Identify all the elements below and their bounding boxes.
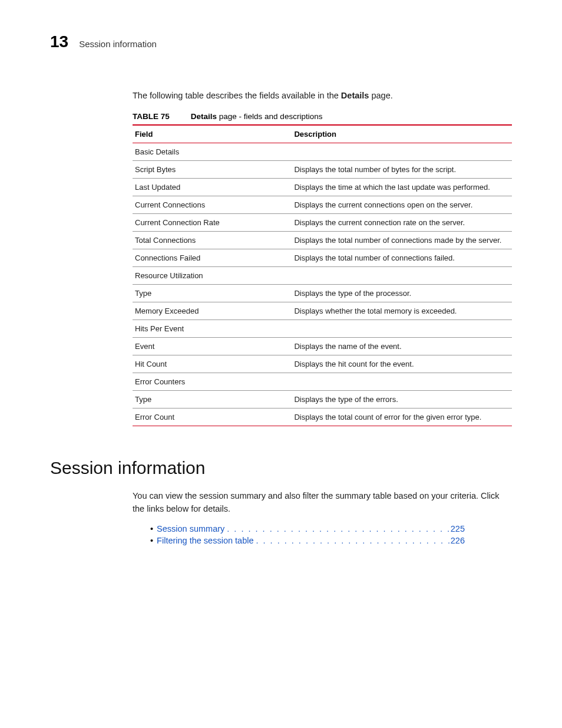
cell-field: Hit Count (133, 355, 292, 373)
cell-field: Error Count (133, 409, 292, 426)
cell-description (292, 373, 512, 391)
cell-field: Type (133, 285, 292, 302)
cell-field: Type (133, 391, 292, 409)
table-row: TypeDisplays the type of the processor. (133, 285, 512, 302)
cell-description (292, 267, 512, 285)
cell-description: Displays the current connections open on… (292, 196, 512, 214)
cell-description (292, 320, 512, 338)
cell-field: Basic Details (133, 143, 292, 161)
page-header: 13 Session information (50, 32, 512, 51)
toc-page[interactable]: 225 (451, 524, 465, 533)
table-row: Hit CountDisplays the hit count for the … (133, 355, 512, 373)
chapter-number: 13 (50, 32, 68, 51)
section-description: You can view the session summary and als… (133, 490, 512, 516)
bullet-icon: • (150, 536, 153, 545)
table-row: Current Connection RateDisplays the curr… (133, 214, 512, 232)
col-header-description: Description (292, 126, 512, 143)
table-row: Current ConnectionsDisplays the current … (133, 196, 512, 214)
table-header-row: Field Description (133, 126, 512, 143)
cell-description (292, 143, 512, 161)
table-row: Error Counters (133, 373, 512, 391)
cell-description: Displays the total number of bytes for t… (292, 161, 512, 179)
cell-description: Displays the type of the errors. (292, 391, 512, 409)
table-row: Resource Utilization (133, 267, 512, 285)
cell-description: Displays the total count of error for th… (292, 409, 512, 426)
toc-link[interactable]: Session summary (157, 524, 224, 533)
section-heading: Session information (50, 458, 512, 478)
cell-field: Resource Utilization (133, 267, 292, 285)
toc-page[interactable]: 226 (451, 536, 465, 545)
table-row: TypeDisplays the type of the errors. (133, 391, 512, 409)
cell-description: Displays the total number of connections… (292, 249, 512, 267)
details-table: Field Description Basic DetailsScript By… (133, 124, 512, 426)
intro-paragraph: The following table describes the fields… (133, 90, 512, 101)
table-row: Script BytesDisplays the total number of… (133, 161, 512, 179)
cell-field: Connections Failed (133, 249, 292, 267)
table-title: Details page - fields and descriptions (191, 112, 323, 121)
table-row: Last UpdatedDisplays the time at which t… (133, 179, 512, 196)
cell-field: Current Connections (133, 196, 292, 214)
table-row: EventDisplays the name of the event. (133, 338, 512, 355)
cell-field: Error Counters (133, 373, 292, 391)
intro-bold: Details (341, 91, 369, 100)
table-row: Error CountDisplays the total count of e… (133, 409, 512, 426)
intro-suffix: page. (369, 91, 392, 100)
table-row: Total ConnectionsDisplays the total numb… (133, 232, 512, 249)
cell-description: Displays the name of the event. (292, 338, 512, 355)
table-row: Basic Details (133, 143, 512, 161)
cell-field: Hits Per Event (133, 320, 292, 338)
cell-field: Current Connection Rate (133, 214, 292, 232)
table-row: Hits Per Event (133, 320, 512, 338)
table-row: Connections FailedDisplays the total num… (133, 249, 512, 267)
toc-link[interactable]: Filtering the session table (157, 536, 253, 545)
cell-field: Total Connections (133, 232, 292, 249)
toc-list: •Session summary . . . . . . . . . . . .… (150, 524, 512, 545)
bullet-icon: • (150, 524, 153, 533)
table-caption: TABLE 75 Details page - fields and descr… (133, 112, 512, 121)
col-header-field: Field (133, 126, 292, 143)
toc-dots: . . . . . . . . . . . . . . . . . . . . … (224, 524, 450, 533)
cell-description: Displays the hit count for the event. (292, 355, 512, 373)
cell-description: Displays whether the total memory is exc… (292, 302, 512, 320)
cell-field: Event (133, 338, 292, 355)
table-row: Memory ExceededDisplays whether the tota… (133, 302, 512, 320)
cell-field: Memory Exceeded (133, 302, 292, 320)
toc-item: •Filtering the session table . . . . . .… (150, 536, 512, 545)
cell-description: Displays the current connection rate on … (292, 214, 512, 232)
cell-description: Displays the time at which the last upda… (292, 179, 512, 196)
header-title: Session information (79, 39, 157, 49)
cell-field: Last Updated (133, 179, 292, 196)
cell-field: Script Bytes (133, 161, 292, 179)
cell-description: Displays the total number of connections… (292, 232, 512, 249)
cell-description: Displays the type of the processor. (292, 285, 512, 302)
toc-item: •Session summary . . . . . . . . . . . .… (150, 524, 512, 533)
toc-dots: . . . . . . . . . . . . . . . . . . . . … (254, 536, 451, 545)
table-number: TABLE 75 (133, 112, 170, 121)
intro-prefix: The following table describes the fields… (133, 91, 341, 100)
table-bottom-rule (133, 426, 512, 426)
